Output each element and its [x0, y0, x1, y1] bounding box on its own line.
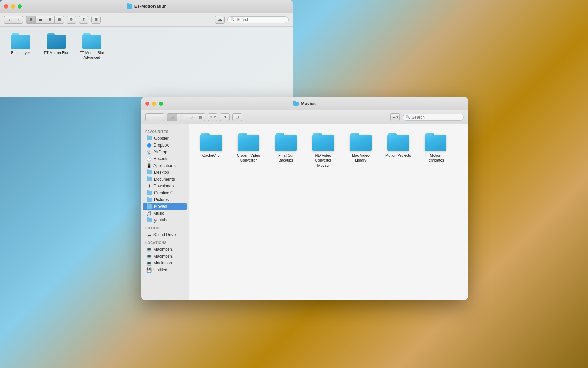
- folder-icon-cacheclip: [200, 133, 222, 151]
- folder-mac-video-library[interactable]: Mac Video Library: [345, 131, 376, 170]
- sidebar-item-applications[interactable]: 📱 Applications: [143, 162, 187, 169]
- window-controls[interactable]: [145, 102, 163, 106]
- close-button[interactable]: [145, 102, 149, 106]
- folder-motion-templates[interactable]: Motion Templates: [420, 131, 451, 170]
- bg-search-icon: 🔍: [230, 17, 235, 22]
- bg-search-input[interactable]: [236, 17, 284, 22]
- bg-title-folder-icon: [127, 4, 132, 9]
- sidebar-item-macintosh-3[interactable]: 💻 Macintosh...: [143, 260, 187, 266]
- sidebar-item-macintosh-1[interactable]: 💻 Macintosh...: [143, 246, 187, 253]
- bg-folder-label-et-motion-blur-advanced: ET Motion Blur Advanced: [78, 51, 105, 60]
- background-finder-window: ET-Motion Blur ‹ › ⊞ ☰ ⊟ ▦ ⚙ ⬆ ⊟ ☁ 🔍: [0, 0, 293, 97]
- folder-label-final-cut-backups: Final Cut Backups: [273, 153, 299, 163]
- minimize-button[interactable]: [152, 102, 156, 106]
- arrange-button[interactable]: ⚙ ▾: [208, 113, 217, 121]
- sidebar-item-pictures[interactable]: Pictures: [143, 196, 187, 203]
- documents-folder-icon: [147, 177, 152, 181]
- folder-cacheclip[interactable]: CacheClip: [196, 131, 226, 170]
- bg-arrange-button[interactable]: ⚙: [67, 16, 76, 24]
- sidebar-item-dropbox[interactable]: 🔷 Dropbox: [143, 142, 187, 149]
- bg-toolbar: ‹ › ⊞ ☰ ⊟ ▦ ⚙ ⬆ ⊟ ☁ 🔍: [0, 13, 293, 27]
- sidebar-section-icloud: iCloud: [141, 224, 189, 231]
- sidebar-item-desktop[interactable]: Desktop: [143, 169, 187, 176]
- sidebar-item-music[interactable]: 🎵 Music: [143, 210, 187, 217]
- bg-icon-view-button[interactable]: ⊞: [26, 16, 35, 24]
- sidebar-item-movies[interactable]: Movies: [143, 203, 187, 210]
- folder-label-cisdem: Cisdem Video Converter: [235, 153, 262, 163]
- bg-search-box[interactable]: 🔍: [227, 16, 289, 23]
- recents-icon: 🕐: [147, 156, 151, 161]
- bg-folder-base-layer[interactable]: Base Layer: [7, 33, 34, 60]
- bg-forward-button[interactable]: ›: [14, 16, 23, 24]
- bg-share-button[interactable]: ⬆: [79, 16, 88, 24]
- gobbler-folder-icon: [147, 136, 152, 140]
- icloud-drive-icon: ☁: [147, 232, 151, 237]
- hd-icon-3: 💻: [147, 261, 151, 265]
- sidebar-item-creative-c[interactable]: Creative C...: [143, 189, 187, 196]
- icon-view-button[interactable]: ⊞: [167, 113, 177, 121]
- airdrop-icon: 📡: [147, 150, 151, 154]
- back-button[interactable]: ‹: [145, 113, 155, 121]
- sidebar-item-gobbler[interactable]: Gobbler: [143, 135, 187, 142]
- tag-button[interactable]: ⊟: [232, 113, 242, 121]
- sidebar-item-macintosh-2[interactable]: 💻 Macintosh...: [143, 253, 187, 260]
- sidebar-item-documents[interactable]: Documents: [143, 176, 187, 183]
- folder-motion-projects[interactable]: Motion Projects: [383, 131, 413, 170]
- folder-label-motion-projects: Motion Projects: [385, 153, 411, 158]
- maximize-button[interactable]: [159, 102, 163, 106]
- folder-label-hd-video-converter: HD Video Converter Movavi: [310, 153, 337, 168]
- nav-buttons[interactable]: ‹ ›: [145, 113, 164, 121]
- column-view-button[interactable]: ⊟: [186, 113, 196, 121]
- folder-label-cacheclip: CacheClip: [202, 153, 220, 158]
- bg-nav-buttons[interactable]: ‹ ›: [4, 16, 23, 24]
- sidebar-item-downloads[interactable]: ⬇ Downloads: [143, 183, 187, 189]
- sidebar-item-youtube[interactable]: youtube: [143, 217, 187, 224]
- gallery-view-button[interactable]: ▦: [196, 113, 205, 121]
- folder-cisdem-video-converter[interactable]: Cisdem Video Converter: [233, 131, 264, 170]
- finder-body: Favourites Gobbler 🔷 Dropbox 📡 AirDrop 🕐…: [141, 124, 468, 300]
- hd-icon-untitled: 💾: [147, 267, 151, 272]
- share-button[interactable]: ⬆: [220, 113, 230, 121]
- main-finder-window: Movies ‹ › ⊞ ☰ ⊟ ▦ ⚙ ▾ ⬆ ⊟ ☁ ▾ 🔍 Favour: [141, 97, 468, 300]
- icloud-button[interactable]: ☁ ▾: [390, 113, 400, 121]
- sidebar-item-untitled[interactable]: 💾 Untitled: [143, 266, 187, 273]
- folder-final-cut-backups[interactable]: Final Cut Backups: [271, 131, 301, 170]
- bg-window-title: ET-Motion Blur: [127, 4, 166, 9]
- bg-tag-button[interactable]: ⊟: [91, 16, 101, 24]
- content-area: CacheClip Cisdem Video Converter Final C…: [189, 124, 468, 300]
- search-input[interactable]: [412, 115, 459, 120]
- search-box[interactable]: 🔍: [403, 114, 464, 121]
- music-icon: 🎵: [147, 211, 151, 216]
- youtube-folder-icon: [147, 218, 152, 222]
- bg-view-buttons[interactable]: ⊞ ☰ ⊟ ▦: [26, 16, 64, 24]
- bg-column-view-button[interactable]: ⊟: [45, 16, 54, 24]
- bg-gallery-view-button[interactable]: ▦: [54, 16, 64, 24]
- bg-window-controls[interactable]: [4, 4, 22, 9]
- bg-folder-et-motion-blur-advanced[interactable]: ET Motion Blur Advanced: [78, 33, 105, 60]
- bg-list-view-button[interactable]: ☰: [35, 16, 45, 24]
- sidebar-item-recents[interactable]: 🕐 Recents: [143, 155, 187, 162]
- bg-folder-et-motion-blur[interactable]: ET Motion Blur: [43, 33, 70, 60]
- creative-folder-icon: [147, 191, 152, 195]
- movies-folder-icon: [147, 204, 152, 209]
- view-buttons[interactable]: ⊞ ☰ ⊟ ▦: [167, 113, 205, 121]
- bg-folder-icon-et-motion-blur: [47, 33, 66, 49]
- main-titlebar: Movies: [141, 97, 468, 110]
- folder-icon-hd-video-converter: [312, 133, 334, 151]
- list-view-button[interactable]: ☰: [177, 113, 186, 121]
- bg-folder-icon-et-motion-blur-advanced: [82, 33, 101, 49]
- sidebar-item-airdrop[interactable]: 📡 AirDrop: [143, 149, 187, 155]
- forward-button[interactable]: ›: [155, 113, 164, 121]
- bg-back-button[interactable]: ‹: [4, 16, 14, 24]
- bg-icloud-button[interactable]: ☁: [215, 16, 225, 24]
- bg-close-button[interactable]: [4, 4, 8, 9]
- dropbox-icon: 🔷: [147, 143, 151, 148]
- sidebar: Favourites Gobbler 🔷 Dropbox 📡 AirDrop 🕐…: [141, 124, 189, 300]
- sidebar-item-icloud-drive[interactable]: ☁ iCloud Drive: [143, 231, 187, 238]
- bg-maximize-button[interactable]: [18, 4, 22, 9]
- folder-hd-video-converter-movavi[interactable]: HD Video Converter Movavi: [308, 131, 339, 170]
- applications-icon: 📱: [147, 163, 151, 168]
- folder-icon-cisdem: [238, 133, 259, 151]
- hd-icon-2: 💻: [147, 254, 151, 259]
- bg-minimize-button[interactable]: [11, 4, 15, 9]
